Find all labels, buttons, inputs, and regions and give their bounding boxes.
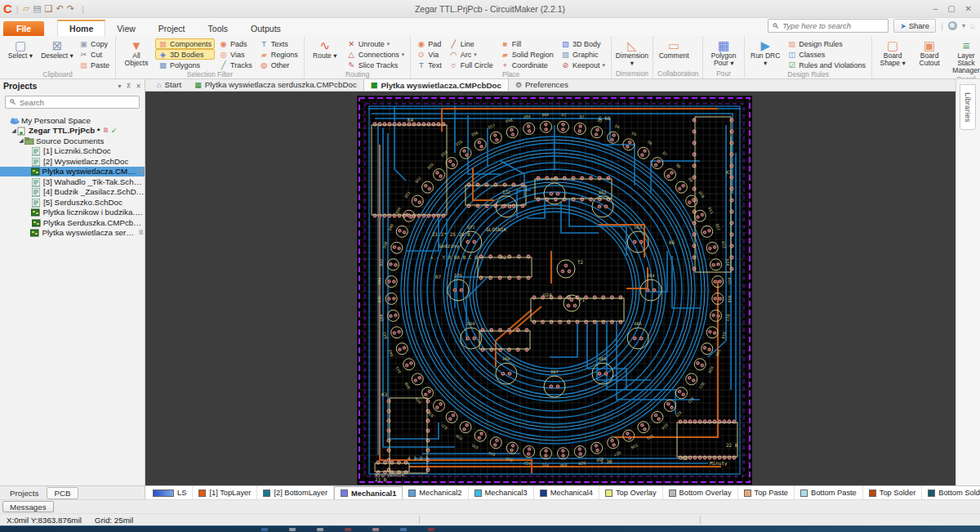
- libraries-tab[interactable]: Libraries: [960, 84, 976, 130]
- close-button[interactable]: ✕: [965, 4, 972, 13]
- ribbon-button-pads[interactable]: ◉Pads: [216, 38, 256, 49]
- ribbon-button-fill[interactable]: ■Fill: [497, 38, 557, 49]
- layer-tab-mechanical2[interactable]: Mechanical2: [403, 486, 468, 499]
- layer-tab-top-paste[interactable]: Top Paste: [738, 486, 795, 499]
- layer-tab-bottom-solder[interactable]: Bottom Solder: [922, 486, 980, 499]
- tree-item-5-serduszko-schdoc[interactable]: [5] Serduszko.SchDoc: [0, 197, 145, 208]
- storage-manager-icon[interactable]: ❑: [45, 3, 53, 13]
- layer-tab-1-toplayer[interactable]: [1] TopLayer: [193, 486, 257, 499]
- undo-icon[interactable]: ↶: [56, 3, 63, 13]
- ribbon-button-tracks[interactable]: ╱Tracks: [216, 60, 256, 70]
- panel-collapse-icon[interactable]: ▾: [118, 83, 121, 90]
- menu-tab-outputs[interactable]: Outputs: [239, 21, 292, 36]
- expand-icon[interactable]: ◢: [18, 137, 24, 144]
- layer-tab-2-bottomlayer[interactable]: [2] BottomLayer: [257, 486, 334, 499]
- ribbon-button-line[interactable]: ╱Line: [446, 38, 497, 49]
- menu-tab-project[interactable]: Project: [147, 21, 197, 36]
- panel-close-icon[interactable]: ✕: [136, 83, 141, 90]
- panel-tab-projects[interactable]: Projects: [3, 488, 45, 498]
- panel-pin-icon[interactable]: ⊼: [126, 83, 131, 90]
- doc-tab-plytka-wyswietlacza-serduszka-cmpcbdoc[interactable]: ▦Plytka wyswietlacza serduszka.CMPcbDoc: [188, 78, 363, 91]
- share-button[interactable]: ➤ Share: [893, 19, 936, 33]
- global-search[interactable]: 🔍︎: [768, 19, 889, 33]
- ribbon-button-all-objects[interactable]: ▼All Objects: [118, 37, 154, 70]
- ribbon-button-3d-body[interactable]: ▧3D Body: [558, 38, 608, 49]
- ribbon-button-route[interactable]: ∿Route ▾: [307, 37, 343, 70]
- ribbon-button-polygons[interactable]: ▦Polygons: [155, 60, 215, 70]
- tree-item-zegar-ttl-prjpcb[interactable]: ◢Zegar TTL.PrjPcb *🗎✓: [0, 126, 145, 136]
- menu-tab-tools[interactable]: Tools: [197, 21, 240, 36]
- layer-tab-ls[interactable]: LS: [147, 486, 193, 499]
- layer-tab-mechanical1[interactable]: Mechanical1: [334, 486, 403, 499]
- open-document-icon[interactable]: ▱: [23, 3, 29, 13]
- projects-search-input[interactable]: [20, 98, 136, 107]
- ribbon-button-keepout[interactable]: ⊘Keepout▾: [558, 60, 608, 70]
- ribbon-button-other[interactable]: ◍Other: [256, 60, 301, 70]
- tree-item-1-liczniki-schdoc[interactable]: [1] Liczniki.SchDoc: [0, 146, 145, 157]
- layer-tab-bottom-overlay[interactable]: Bottom Overlay: [663, 486, 738, 499]
- doc-tab-plytka-wyswietlacza-cmpcbdoc[interactable]: ▦Plytka wyswietlacza.CMPcbDoc: [363, 78, 509, 91]
- ribbon-button-via[interactable]: ⊙Via: [413, 49, 445, 60]
- menu-tab-home[interactable]: Home: [57, 20, 105, 36]
- ribbon-button-3d-bodies[interactable]: ◈3D Bodies: [155, 49, 215, 60]
- ribbon-button-cut[interactable]: ✂Cut: [76, 49, 113, 60]
- layer-tab-top-solder[interactable]: Top Solder: [863, 486, 922, 499]
- ribbon-button-run-drc[interactable]: ▶Run DRC ▾: [747, 37, 783, 70]
- ribbon-button-solid-region[interactable]: ▰Solid Region: [497, 49, 557, 60]
- ribbon-button-pad[interactable]: ◉Pad: [413, 38, 445, 49]
- pcb-canvas[interactable]: D1D2D3D4D5D6D7D8D9D10D11D12D13D14D15D16D…: [145, 92, 956, 485]
- ribbon-button-board-cutout[interactable]: ▣Board Cutout: [911, 37, 947, 75]
- ribbon-button-copy[interactable]: ▣Copy: [76, 38, 113, 49]
- global-search-input[interactable]: [782, 21, 884, 30]
- tree-item-3-wahadlo-tik-tak-schdoc[interactable]: [3] Wahadlo _Tik-Tak.SchDoc: [0, 177, 145, 187]
- ribbon-button-deselect[interactable]: ⊠Deselect ▾: [39, 37, 75, 70]
- pcb-board[interactable]: D1D2D3D4D5D6D7D8D9D10D11D12D13D14D15D16D…: [357, 96, 752, 485]
- panel-tab-pcb[interactable]: PCB: [47, 487, 78, 499]
- ribbon-button-connections[interactable]: △Connections▾: [344, 49, 408, 60]
- tree-item-plytka-licznikow-i-budzika-cmp[interactable]: Plytka licznikow i budzika.CMP: [0, 208, 145, 218]
- ribbon-button-unroute[interactable]: ✕Unroute▾: [344, 38, 408, 49]
- user-avatar[interactable]: [948, 21, 957, 30]
- doc-tab-preferences[interactable]: ⚙Preferences: [509, 78, 575, 91]
- restore-button[interactable]: ▢: [947, 4, 955, 13]
- redo-icon[interactable]: ↷: [67, 3, 74, 13]
- expand-icon[interactable]: ◢: [11, 127, 17, 134]
- ribbon-button-text[interactable]: TText: [413, 60, 445, 70]
- layer-tab-bottom-paste[interactable]: Bottom Paste: [795, 486, 863, 499]
- ribbon-button-classes[interactable]: ◫Classes: [784, 49, 869, 60]
- ribbon-button-coordinate[interactable]: +Coordinate: [497, 60, 557, 70]
- save-icon[interactable]: ▤: [33, 3, 41, 13]
- menu-tab-view[interactable]: View: [105, 21, 147, 36]
- ribbon-button-design-rules[interactable]: ▤Design Rules: [784, 38, 869, 49]
- minimize-button[interactable]: –: [933, 4, 938, 13]
- layer-tab-mechanical4[interactable]: Mechanical4: [534, 486, 599, 499]
- ribbon-button-vias[interactable]: ◎Vias: [216, 49, 256, 60]
- tree-item-4-budzik-zasilacz-schdoc[interactable]: [4] Budzik _Zasilacz.SchDoc: [0, 187, 145, 198]
- ribbon-button-arc[interactable]: ◠Arc▾: [446, 49, 497, 60]
- messages-button[interactable]: Messages: [2, 501, 54, 512]
- home-icon[interactable]: ⌂: [970, 21, 975, 30]
- ribbon-button-texts[interactable]: TTexts: [256, 38, 301, 49]
- layer-tab-mechanical3[interactable]: Mechanical3: [469, 486, 534, 499]
- ribbon-button-select[interactable]: ▢Select ▾: [2, 37, 38, 70]
- ribbon-button-polygon-pour[interactable]: ▦Polygon Pour ▾: [706, 37, 742, 69]
- tree-item-plytka-serduszka-cmpcbdoc[interactable]: Plytka Serduszka.CMPcbDoc: [0, 217, 145, 228]
- ribbon-button-regions[interactable]: ▰Regions: [256, 49, 301, 60]
- ribbon-button-components[interactable]: ▦Components: [155, 38, 215, 49]
- ribbon-button-full-circle[interactable]: ○Full Circle: [446, 60, 497, 70]
- layer-tab-top-overlay[interactable]: Top Overlay: [599, 486, 663, 499]
- ribbon-button-dimension[interactable]: ◺Dimension ▾: [614, 37, 650, 69]
- ribbon-button-paste[interactable]: ▤Paste: [76, 60, 113, 70]
- tree-item-plytka-wyswietlacza-cmpcbdoc[interactable]: Plytka wyswietlacza.CMPcbDoc🗎: [0, 167, 145, 177]
- tree-item-source-documents[interactable]: ◢Source Documents: [0, 136, 145, 146]
- tree-item-2-wyswietlacz-schdoc[interactable]: [2] Wyswietlacz.SchDoc: [0, 156, 145, 167]
- user-menu-caret[interactable]: ▾: [962, 22, 965, 29]
- menu-tab-file[interactable]: File: [3, 21, 44, 36]
- ribbon-button-layer-stack-manager[interactable]: ≡Layer Stack Manager: [948, 37, 980, 75]
- tree-item-plytka-wyswietlacza-serduszka-c[interactable]: Plytka wyswietlacza serduszka.C🗎: [0, 228, 145, 239]
- ribbon-button-graphic[interactable]: ▨Graphic: [558, 49, 608, 60]
- tree-item-my-personal-space[interactable]: My Personal Space: [0, 115, 145, 126]
- ribbon-button-board-shape[interactable]: ▢Board Shape ▾: [875, 37, 911, 75]
- ribbon-button-rules-and-violations[interactable]: ☑Rules and Violations: [784, 60, 869, 70]
- ribbon-button-slice-tracks[interactable]: ✎Slice Tracks: [344, 60, 408, 70]
